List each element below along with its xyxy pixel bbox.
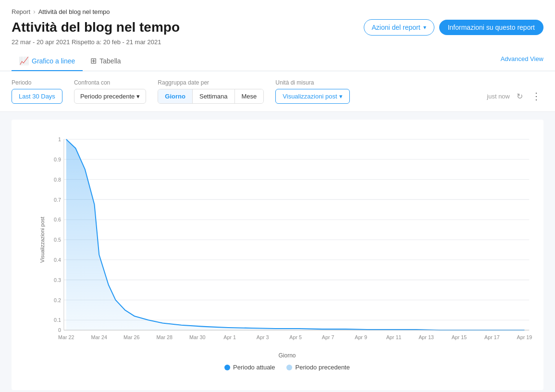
- raggruppa-buttons: Giorno Settimana Mese: [158, 89, 264, 104]
- chart-area: Visualizzazioni post 1: [12, 120, 543, 390]
- x-axis-label: Giorno: [40, 352, 534, 359]
- tab-grafico[interactable]: 📈 Grafico a linee: [12, 51, 83, 71]
- misura-button[interactable]: Visualizzazioni post ▾: [275, 89, 349, 104]
- svg-text:Mar 24: Mar 24: [91, 334, 107, 340]
- report-actions-button[interactable]: Azioni del report ▾: [364, 19, 434, 36]
- legend-previous: Periodo precedente: [286, 364, 349, 371]
- svg-text:Apr 17: Apr 17: [484, 334, 500, 340]
- header-actions: Azioni del report ▾ Informazioni su ques…: [364, 19, 544, 36]
- svg-text:Apr 7: Apr 7: [322, 334, 334, 340]
- svg-text:0.5: 0.5: [54, 237, 61, 243]
- chart-svg-container: Visualizzazioni post 1: [40, 129, 534, 350]
- svg-text:0.3: 0.3: [54, 277, 61, 282]
- page-title: Attività del blog nel tempo: [12, 20, 180, 35]
- legend-dot-current: [224, 365, 230, 370]
- more-options-button[interactable]: ⋮: [530, 88, 543, 104]
- raggruppa-mese[interactable]: Mese: [235, 89, 264, 103]
- svg-text:1: 1: [58, 136, 61, 142]
- header-area: Report › Attività del blog nel tempo Att…: [0, 0, 555, 71]
- page-wrapper: Report › Attività del blog nel tempo Att…: [0, 0, 555, 392]
- misura-group: Unità di misura Visualizzazioni post ▾: [275, 79, 349, 104]
- tabs-container: 📈 Grafico a linee ⊞ Tabella: [12, 51, 129, 71]
- breadcrumb-parent[interactable]: Report: [12, 8, 30, 15]
- svg-text:0.2: 0.2: [54, 297, 61, 303]
- chart-line-current: [66, 139, 525, 330]
- svg-text:0.8: 0.8: [54, 176, 61, 182]
- tabs-row: 📈 Grafico a linee ⊞ Tabella Advanced Vie…: [12, 51, 543, 71]
- confronta-button[interactable]: Periodo precedente ▾: [74, 89, 146, 104]
- legend-dot-previous: [286, 365, 292, 370]
- y-axis-label: Visualizzazioni post: [39, 217, 45, 263]
- svg-text:Apr 11: Apr 11: [386, 334, 402, 340]
- advanced-view-link[interactable]: Advanced View: [501, 55, 543, 67]
- raggruppa-settimana[interactable]: Settimana: [193, 89, 235, 103]
- svg-text:Mar 28: Mar 28: [156, 334, 172, 340]
- controls-area: Periodo Last 30 Days Confronta con Perio…: [0, 72, 555, 112]
- misura-label: Unità di misura: [275, 79, 349, 86]
- line-chart-icon: 📈: [19, 56, 29, 65]
- periodo-label: Periodo: [12, 79, 62, 86]
- periodo-button[interactable]: Last 30 Days: [12, 89, 62, 104]
- date-subtitle: 22 mar - 20 apr 2021 Rispetto a: 20 feb …: [12, 38, 543, 46]
- tab-tabella[interactable]: ⊞ Tabella: [83, 51, 128, 71]
- chart-legend: Periodo attuale Periodo precedente: [40, 364, 534, 371]
- svg-text:0.9: 0.9: [54, 157, 61, 162]
- svg-text:Apr 13: Apr 13: [419, 334, 434, 340]
- chevron-down-icon: ▾: [423, 24, 426, 31]
- confronta-label: Confronta con: [74, 79, 146, 86]
- svg-text:Mar 22: Mar 22: [58, 334, 74, 340]
- periodo-group: Periodo Last 30 Days: [12, 79, 62, 104]
- title-row: Attività del blog nel tempo Azioni del r…: [12, 19, 543, 36]
- table-icon: ⊞: [90, 56, 97, 65]
- svg-text:0.1: 0.1: [54, 317, 61, 323]
- legend-current: Periodo attuale: [224, 364, 275, 371]
- confronta-group: Confronta con Periodo precedente ▾: [74, 79, 146, 104]
- svg-text:Apr 9: Apr 9: [355, 334, 367, 340]
- svg-text:Apr 3: Apr 3: [257, 334, 269, 340]
- chevron-down-icon: ▾: [136, 93, 140, 100]
- svg-text:0: 0: [58, 327, 61, 333]
- chevron-down-icon: ▾: [339, 93, 343, 100]
- svg-text:Apr 5: Apr 5: [289, 334, 302, 340]
- refresh-button[interactable]: ↻: [515, 90, 525, 103]
- svg-text:Mar 30: Mar 30: [189, 334, 205, 340]
- svg-text:0.7: 0.7: [54, 196, 61, 202]
- breadcrumb-current: Attività del blog nel tempo: [38, 8, 110, 15]
- info-report-button[interactable]: Informazioni su questo report: [439, 20, 543, 35]
- svg-text:Apr 1: Apr 1: [223, 334, 236, 340]
- controls-right: just now ↻ ⋮: [487, 88, 543, 104]
- svg-text:0.4: 0.4: [54, 257, 61, 263]
- raggruppa-giorno[interactable]: Giorno: [158, 89, 193, 103]
- svg-text:Apr 19: Apr 19: [517, 334, 532, 340]
- timestamp-label: just now: [487, 93, 510, 100]
- svg-text:Apr 15: Apr 15: [452, 334, 467, 340]
- breadcrumb-separator: ›: [33, 8, 36, 15]
- svg-text:0.6: 0.6: [54, 217, 61, 222]
- chart-area-fill: [66, 139, 525, 330]
- chart-svg: 1 0.9 0.8 0.7 0.6 0.5 0.4 0.3 0.2 0.1 0 …: [40, 129, 534, 350]
- breadcrumb: Report › Attività del blog nel tempo: [12, 8, 543, 15]
- raggruppa-group: Raggruppa date per Giorno Settimana Mese: [158, 79, 264, 104]
- svg-text:Mar 26: Mar 26: [123, 334, 139, 340]
- raggruppa-label: Raggruppa date per: [158, 79, 264, 86]
